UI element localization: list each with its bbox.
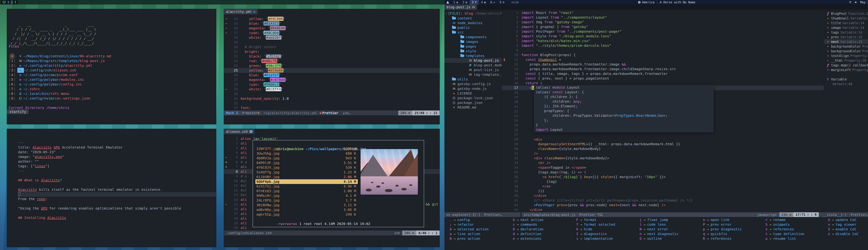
tree-item[interactable]: content [444,16,502,21]
file-row[interactable]: 04PDl3F.jpg 3.51 M [255,161,358,165]
tree-item[interactable]: ✦ LICENSE [444,91,502,95]
which-key-item[interactable]: ;→refactor [447,222,510,227]
symbol-item[interactable]: ▪ backgroundColor Property:2 [824,44,868,49]
tree-item[interactable]: images [444,39,502,44]
which-key-item[interactable]: B→prev action [447,236,510,241]
which-key-item[interactable]: e→extensions [510,236,574,241]
tree-item[interactable]: # blog-post.module.le [444,63,502,67]
startify-entry[interactable]: [2] ⚙ ~/.config/alacritty/alacritty.yml [9,63,214,68]
symbol-item[interactable]: ▪ thumbnail Variable:11 [824,16,868,21]
workspace-button[interactable]: 1 ◉ [451,0,460,4]
symbol-item[interactable]: ▪ title Variable:14 [824,21,868,25]
file-row[interactable]: 07nEzQ3.jpg 1.86 M [255,189,358,193]
workspace-button[interactable]: 8 ✉ [488,0,497,4]
tab-blog-post[interactable]: blog-post.js JS [444,4,477,10]
which-key-item[interactable]: A→selected action [447,227,510,231]
tree-item[interactable]: public [444,25,502,30]
symbol-item[interactable]: ƒ tags.map() callback Funct [824,63,868,67]
display-icon[interactable] [3,1,5,3]
symbol-item[interactable]: ! Variable [824,77,868,82]
tree-item[interactable]: templates [444,53,502,58]
tree-item[interactable]: JS tag-template.js [444,72,502,77]
which-key-item[interactable]: u→resume list [763,236,826,241]
which-key-item[interactable]: D→declaration [510,227,574,231]
which-key-item[interactable]: p→prev diagnostic [701,227,763,231]
which-key-item[interactable]: R→references [701,236,763,241]
music-module[interactable]: America - A Horse with No Name [638,1,695,4]
tree-item[interactable]: style [444,49,502,53]
symbol-item[interactable]: ▪ image Variable:14 [824,25,868,30]
startify-entry[interactable]: [4] ⚙ ~/.config/picom/picom.conf [9,73,214,77]
tree-item[interactable]: utils [444,77,502,82]
tree-root[interactable]: ▾ [FILE]: blog /home/chris/Rep [444,11,502,16]
which-key-item[interactable]: c→commands [510,222,574,227]
file-row[interactable]: 3JWY37f.jpg 1.31 M [255,146,358,151]
file-row[interactable]: 9hMxcHr.jpg 4.1 M [255,193,358,198]
workspace-button[interactable]: 4 ▣ [479,0,488,4]
which-key-item[interactable]: O→outline [637,236,701,241]
symbol-item[interactable]: ▪ prev Variable:15 [824,34,868,39]
tree-item[interactable]: ▼ README.md [444,105,502,110]
tree-item[interactable]: JS post-list.js [444,67,502,72]
bluetooth-icon[interactable] [7,1,9,4]
which-key-item[interactable]: q→quickfix [701,231,763,236]
symbol-item[interactable]: ▪ tags Variable:14 [824,30,868,34]
which-key-item[interactable]: l→code lens [637,222,701,227]
which-key-item[interactable]: P→prev error [701,222,763,227]
which-key-item[interactable]: o→open link [701,218,763,222]
file-row[interactable]: aghr5Ip.jpg 249 K [255,212,358,217]
symbol-item[interactable]: ▪ textAlign Property:25 [824,53,868,58]
tree-item[interactable]: src [444,30,502,34]
symbol-item[interactable]: default:48 [824,82,868,86]
which-key-item[interactable]: b→next action [510,218,574,222]
file-row[interactable]: 24LrDFQ.jpg 1.7 M [255,198,358,203]
workspace-button[interactable]: 9 ≣ [497,0,506,4]
buffer-tab[interactable]: alacritty.yml ⚙ [224,9,257,14]
symbol-item[interactable]: ▪ next Variable:15 [824,39,868,44]
startify-entry[interactable]: [0] ▼ ~/Repos/blog/content/Linux/06-alac… [9,54,214,59]
startify-entry[interactable]: [8] ≣ ~/.local/bin/rofi-menu [9,91,214,96]
symbol-item[interactable]: ▪ marginLeft Property:36 [824,67,868,72]
which-key-item[interactable]: h→hide [574,227,637,231]
which-key-item[interactable]: i→implementation [574,236,637,241]
which-key-item[interactable]: r→rename [763,218,826,222]
tree-item[interactable]: JS gatsby-config.js [444,82,502,86]
which-key-item[interactable]: Z→enable CoC [826,227,868,231]
which-key-item[interactable]: S→snippets [763,222,826,227]
file-row[interactable]: 30iNVBw.jpg 3.11 M [255,203,358,207]
workspace-button[interactable]: 3 V [470,0,479,4]
tree-item[interactable]: {} package-lock.json [444,95,502,100]
buffer-tab[interactable]: aliases.zsh >_ [224,129,254,134]
symbol-item[interactable]: ƒ BlogPost Function:10 [824,11,868,16]
which-key-item[interactable]: N→next error [637,227,701,231]
which-key-item[interactable]: a→line action [447,231,510,236]
file-row[interactable]: ad6v90y.jpg 3.05 M [255,207,358,212]
which-key-item[interactable]: s→references [763,227,826,231]
phone-icon[interactable] [11,1,13,4]
startify-entry[interactable]: [6] ⚙ ~/.config/polybar/config.ini [9,82,214,87]
startify-entry[interactable]: [5] ⚙ ~/.config/polybar/modules.ini [9,77,214,82]
which-key-item[interactable]: j→float jump [637,218,701,222]
volume-icon[interactable] [855,1,858,3]
file-row[interactable]: 4Y6C0JV.jpg 539 K [255,165,358,170]
startify-entry[interactable]: [9] {} ~/.config/nvim/coc-settings.json [9,96,214,101]
symbol-item[interactable] [824,72,868,77]
which-key-item[interactable]: t→type definition [763,231,826,236]
which-key-item[interactable]: U→update CoC [826,218,868,222]
which-key-item[interactable]: d→definition [510,231,574,236]
which-key-item[interactable]: I→diagnostics [574,231,637,236]
which-key-item[interactable]: f→format selected [574,222,637,227]
startify-entry[interactable]: [1] JS ~/Repos/blog/src/templates/blog-p… [9,59,214,63]
tree-item[interactable]: JS blog-post.js [444,58,502,63]
which-key-item[interactable]: z→disable CoC [826,231,868,236]
file-row[interactable]: 6iibVNY.jpg 2.06 M [255,175,358,179]
system-tray[interactable]: ! [1,0,18,4]
file-row[interactable]: 4bORVJa.jpg 943 K [255,156,358,161]
which-key-item[interactable]: F→format [574,218,637,222]
tree-item[interactable]: {} package.json [444,100,502,105]
file-row[interactable]: 6zS17Sj.jpg 4.96 M [255,184,358,189]
symbol-item[interactable]: ▪ __html Property:29 [824,58,868,63]
wifi-icon[interactable] [849,1,852,3]
tree-item[interactable]: JS gatsby-node.js [444,86,502,91]
tree-item[interactable]: components [444,34,502,39]
